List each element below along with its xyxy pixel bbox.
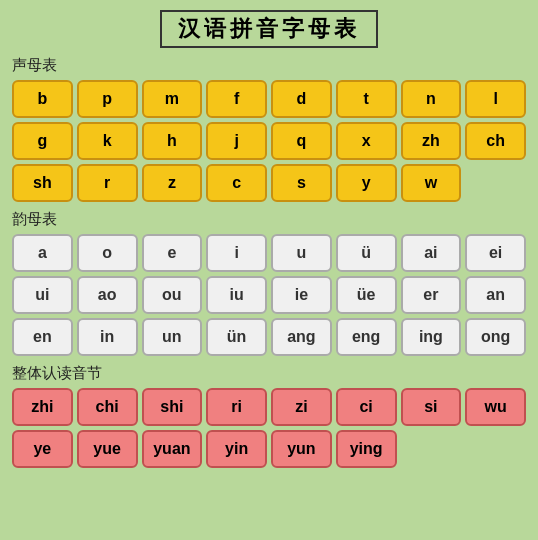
shengmu-cell: p [77, 80, 138, 118]
shengmu-label: 声母表 [12, 56, 526, 75]
shengmu-cell: x [336, 122, 397, 160]
yunmu-cell: u [271, 234, 332, 272]
shengmu-cell: h [142, 122, 203, 160]
yunmu-cell: an [465, 276, 526, 314]
zhengtiren-cell: yuan [142, 430, 203, 468]
yunmu-cell: eng [336, 318, 397, 356]
yunmu-cell: ui [12, 276, 73, 314]
yunmu-cell: er [401, 276, 462, 314]
zhengtiren-cell: wu [465, 388, 526, 426]
yunmu-cell: un [142, 318, 203, 356]
shengmu-cell: j [206, 122, 267, 160]
shengmu-cell: m [142, 80, 203, 118]
zhengtiren-cell: ye [12, 430, 73, 468]
yunmu-cell: e [142, 234, 203, 272]
shengmu-cell: ch [465, 122, 526, 160]
yunmu-cell: i [206, 234, 267, 272]
yunmu-label: 韵母表 [12, 210, 526, 229]
yunmu-cell: ang [271, 318, 332, 356]
zhengtiren-cell: yun [271, 430, 332, 468]
shengmu-cell: z [142, 164, 203, 202]
shengmu-cell: w [401, 164, 462, 202]
shengmu-cell: r [77, 164, 138, 202]
shengmu-cell: g [12, 122, 73, 160]
shengmu-cell: s [271, 164, 332, 202]
shengmu-grid: bpmfdtnlgkhjqxzhchshrzcsyw [12, 80, 526, 202]
yunmu-cell: ing [401, 318, 462, 356]
zhengtiren-cell: zhi [12, 388, 73, 426]
shengmu-cell: zh [401, 122, 462, 160]
zhengtiren-cell: si [401, 388, 462, 426]
shengmu-cell: q [271, 122, 332, 160]
shengmu-cell: d [271, 80, 332, 118]
yunmu-cell: üe [336, 276, 397, 314]
shengmu-cell: l [465, 80, 526, 118]
yunmu-cell: ei [465, 234, 526, 272]
zhengtiren-cell: zi [271, 388, 332, 426]
zhengtiren-grid: zhichishirizicisiwuyeyueyuanyinyunying [12, 388, 526, 468]
yunmu-cell: en [12, 318, 73, 356]
yunmu-cell: ü [336, 234, 397, 272]
zhengtiren-cell: yue [77, 430, 138, 468]
yunmu-cell: a [12, 234, 73, 272]
zhengtiren-label: 整体认读音节 [12, 364, 526, 383]
yunmu-cell: ong [465, 318, 526, 356]
shengmu-cell: sh [12, 164, 73, 202]
yunmu-cell: iu [206, 276, 267, 314]
zhengtiren-cell: chi [77, 388, 138, 426]
shengmu-cell: f [206, 80, 267, 118]
yunmu-cell: ao [77, 276, 138, 314]
zhengtiren-cell: ri [206, 388, 267, 426]
yunmu-cell: in [77, 318, 138, 356]
shengmu-cell: c [206, 164, 267, 202]
yunmu-cell: ai [401, 234, 462, 272]
yunmu-cell: ün [206, 318, 267, 356]
zhengtiren-cell: ying [336, 430, 397, 468]
shengmu-cell: n [401, 80, 462, 118]
zhengtiren-cell: ci [336, 388, 397, 426]
shengmu-cell: k [77, 122, 138, 160]
page-title: 汉语拼音字母表 [160, 10, 378, 48]
page: 汉语拼音字母表 声母表 bpmfdtnlgkhjqxzhchshrzcsyw 韵… [0, 0, 538, 540]
shengmu-cell: b [12, 80, 73, 118]
zhengtiren-cell: shi [142, 388, 203, 426]
yunmu-cell: o [77, 234, 138, 272]
zhengtiren-cell: yin [206, 430, 267, 468]
yunmu-cell: ou [142, 276, 203, 314]
yunmu-grid: aoeiuüaieiuiaoouiuieüeeraneninunünangeng… [12, 234, 526, 356]
shengmu-cell: t [336, 80, 397, 118]
shengmu-cell: y [336, 164, 397, 202]
yunmu-cell: ie [271, 276, 332, 314]
